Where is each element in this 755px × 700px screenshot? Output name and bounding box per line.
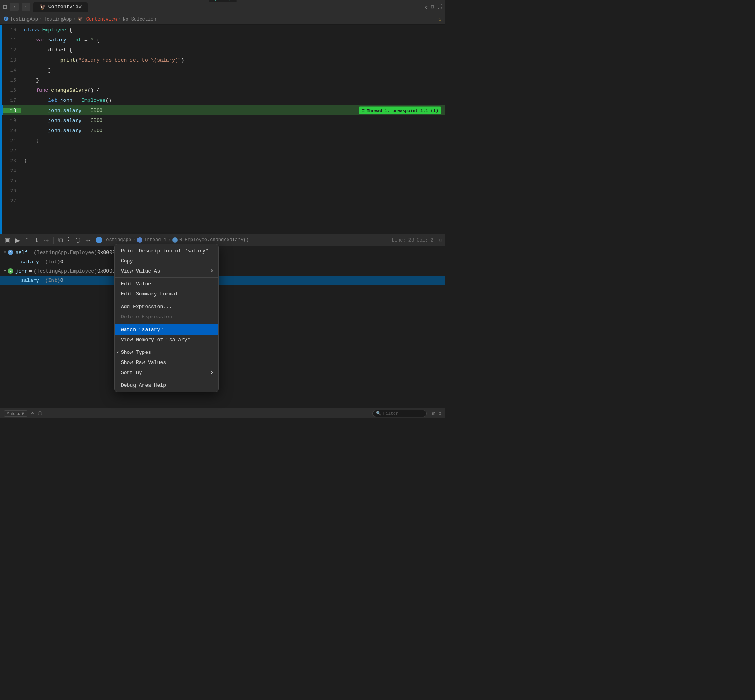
var-type-0: (TestingApp.Employee) <box>34 250 97 256</box>
trash-icon[interactable]: 🗑 <box>431 411 436 416</box>
debug-step-up[interactable]: ⤑ <box>42 236 50 245</box>
var-item-3[interactable]: salary=(Int) 0 <box>0 276 445 285</box>
warning-icon: ⚠ <box>439 17 441 22</box>
line-content-17: let john = Employee() <box>21 98 445 103</box>
line-content-20: john.salary = 7000 <box>21 128 445 134</box>
code-line-11: 11 var salary: Int = 0 { <box>2 35 445 45</box>
var-value-3: 0 <box>60 278 63 283</box>
line-number-11: 11 <box>2 37 21 43</box>
debug-step-over-up[interactable]: ⤒ <box>23 236 31 245</box>
code-line-25: 25 <box>2 176 445 186</box>
line-content-19: john.salary = 6000 <box>21 118 445 124</box>
code-line-21: 21 } <box>2 136 445 146</box>
debug-thread-button[interactable]: ⧘ <box>66 236 72 244</box>
breadcrumb-warnings: ⚠ <box>439 16 441 22</box>
code-line-20: 20 john.salary = 7000 <box>2 125 445 136</box>
variables-panel: ▼Aself=(TestingApp.Employee) 0x000060000… <box>0 246 445 366</box>
variables-list: ▼Aself=(TestingApp.Employee) 0x000060000… <box>0 246 445 366</box>
var-name-2: john <box>15 268 27 274</box>
thread-icon <box>137 237 142 243</box>
code-line-14: 14 } <box>2 65 445 75</box>
breadcrumb-bar: 🅐 TestingApp › TestingApp › 🦅 ContentVie… <box>0 14 445 25</box>
filter-placeholder: Filter <box>383 411 398 416</box>
line-content-10: class Employee { <box>21 27 445 33</box>
debug-nav-button[interactable]: ⤞ <box>84 236 92 245</box>
line-number-26: 26 <box>2 188 21 194</box>
breadcrumb-app2[interactable]: TestingApp <box>44 17 72 22</box>
menu-item-13[interactable]: ✓Show Types <box>115 347 218 357</box>
auto-button[interactable]: Auto ▲▼ <box>4 410 27 417</box>
code-lines: 10class Employee {11 var salary: Int = 0… <box>2 25 445 234</box>
nav-back-button[interactable]: ‹ <box>10 3 19 11</box>
var-expand-0[interactable]: ▼ <box>4 250 6 255</box>
active-tab[interactable]: 🦅 ContentView <box>33 2 88 12</box>
menu-item-17[interactable]: Debug Area Help <box>115 380 218 390</box>
nav-forward-button[interactable]: › <box>22 3 30 11</box>
breadcrumb-app1[interactable]: TestingApp <box>10 17 38 22</box>
menu-label-14: Show Raw Values <box>121 360 166 365</box>
menu-item-0[interactable]: Print Description of "salary" <box>115 246 218 256</box>
line-number-21: 21 <box>2 138 21 144</box>
menu-item-2[interactable]: View Value As <box>115 266 218 276</box>
menu-label-1: Copy <box>121 258 133 264</box>
menu-item-14[interactable]: Show Raw Values <box>115 357 218 367</box>
code-line-17: 17 let john = Employee() <box>2 95 445 105</box>
line-number-14: 14 <box>2 67 21 73</box>
code-line-13: 13 print("Salary has been set to \(salar… <box>2 55 445 65</box>
debug-continue-button[interactable]: ▶ <box>14 236 21 245</box>
menu-label-5: Edit Summary Format... <box>121 291 187 297</box>
line-content-13: print("Salary has been set to \(salary)"… <box>21 57 445 63</box>
checkmark-13: ✓ <box>116 350 119 355</box>
var-item-2[interactable]: ▼Ljohn=(TestingApp.Employee) 0x000060... <box>0 266 445 276</box>
var-eq-0: = <box>29 250 32 256</box>
debug-step-in[interactable]: ⤓ <box>33 236 41 245</box>
var-item-0[interactable]: ▼Aself=(TestingApp.Employee) 0x000060000… <box>0 248 445 257</box>
line-number-20: 20 <box>2 128 21 134</box>
var-eq-3: = <box>41 278 44 283</box>
code-line-10: 10class Employee { <box>2 25 445 35</box>
code-line-16: 16 func changeSalary() { <box>2 85 445 95</box>
menu-item-1[interactable]: Copy <box>115 256 218 266</box>
split-icon[interactable]: ⊞ <box>439 411 441 416</box>
menu-item-10[interactable]: Watch "salary" <box>115 324 218 335</box>
lldb-indicator: (lldb) <box>209 0 237 2</box>
context-menu: Print Description of "salary"CopyView Va… <box>114 244 219 392</box>
breakpoint-badge: ≡ Thread 1: breakpoint 1.1 (1) <box>359 107 441 114</box>
line-number-13: 13 <box>2 57 21 63</box>
var-item-1[interactable]: salary=(Int) 0 <box>0 257 445 266</box>
menu-item-15[interactable]: Sort By <box>115 367 218 377</box>
menu-label-8: Delete Expression <box>121 314 172 320</box>
line-content-23: } <box>21 158 445 164</box>
var-expand-2[interactable]: ▼ <box>4 269 6 273</box>
debug-toggle-button[interactable]: ▣ <box>3 236 12 245</box>
menu-label-4: Edit Value... <box>121 281 160 287</box>
fullscreen-icon: ⛶ <box>437 4 442 10</box>
menu-label-11: View Memory of "salary" <box>121 337 190 343</box>
line-content-15: } <box>21 77 445 83</box>
debug-thread: Thread 1 <box>144 237 166 243</box>
menu-item-4[interactable]: Edit Value... <box>115 279 218 289</box>
menu-separator-6 <box>115 300 218 300</box>
debug-frame: 0 Employee.changeSalary() <box>179 237 249 243</box>
line-number-22: 22 <box>2 148 21 154</box>
code-editor: 10class Employee {11 var salary: Int = 0… <box>0 25 445 234</box>
title-bar-right: ↺ ⊟ ⛶ <box>425 4 442 10</box>
line-number-16: 16 <box>2 88 21 93</box>
var-type-1: (Int) <box>45 259 60 265</box>
menu-item-7[interactable]: Add Expression... <box>115 302 218 312</box>
menu-item-11[interactable]: View Memory of "salary" <box>115 335 218 345</box>
menu-separator-12 <box>115 346 218 346</box>
line-number-23: 23 <box>2 158 21 164</box>
menu-item-5[interactable]: Edit Summary Format... <box>115 289 218 299</box>
menu-separator-16 <box>115 379 218 379</box>
var-eq-1: = <box>41 259 44 265</box>
eye-icon[interactable]: 👁 <box>31 411 35 416</box>
menu-label-13: Show Types <box>121 350 151 355</box>
line-number-12: 12 <box>2 47 21 53</box>
debug-copy-button[interactable]: ⧉ <box>57 236 64 244</box>
debug-bp-button[interactable]: ⬡ <box>74 236 82 245</box>
var-name-3: salary <box>21 278 39 283</box>
breadcrumb-file[interactable]: 🦅 ContentView <box>77 16 117 22</box>
debug-breadcrumb: TestingApp › Thread 1 › 0 Employee.chang… <box>96 237 249 243</box>
info-icon[interactable]: ⓘ <box>38 410 42 416</box>
